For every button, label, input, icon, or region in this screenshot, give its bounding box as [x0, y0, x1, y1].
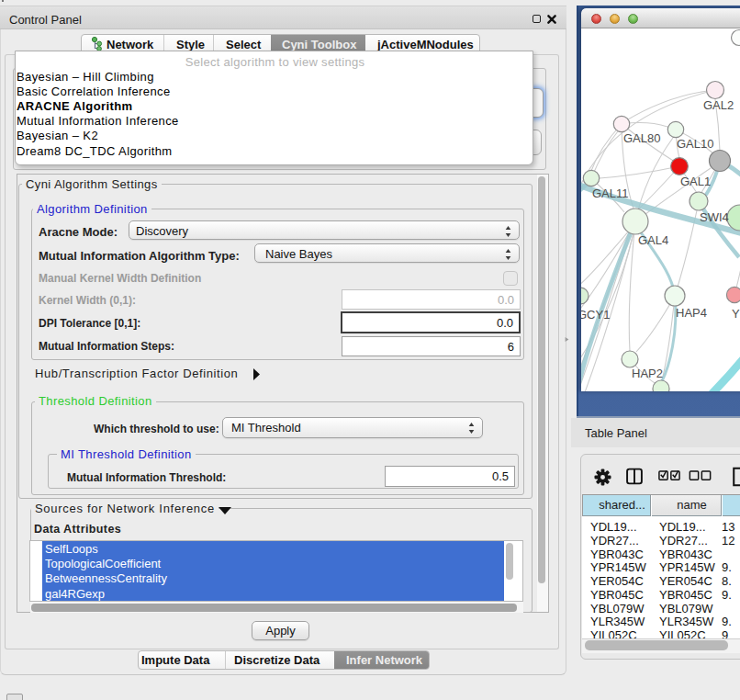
- svg-text:GAL2: GAL2: [703, 98, 734, 112]
- svg-text:GAL1: GAL1: [680, 175, 711, 188]
- svg-text:GAL4: GAL4: [638, 233, 668, 247]
- svg-text:HAP2: HAP2: [632, 367, 663, 380]
- svg-text:HAP4: HAP4: [676, 306, 707, 320]
- svg-text:SWI4: SWI4: [700, 210, 729, 224]
- svg-text:GAL10: GAL10: [677, 137, 713, 151]
- svg-text:YM: YM: [732, 307, 740, 321]
- svg-text:GCY1: GCY1: [581, 308, 610, 322]
- svg-text:GAL80: GAL80: [623, 131, 660, 145]
- svg-text:GAL11: GAL11: [592, 186, 629, 200]
